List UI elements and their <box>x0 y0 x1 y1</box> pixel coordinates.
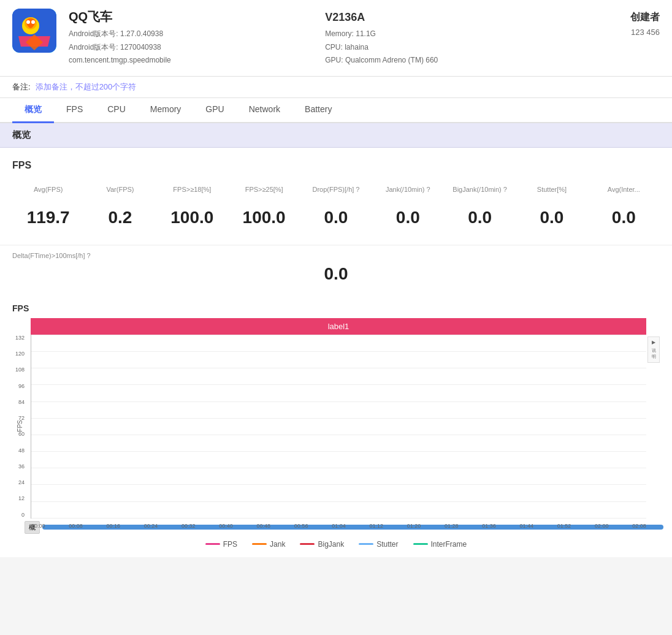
creator-label: 创建者 <box>630 11 660 24</box>
stat-label-3: FPS>≥25[%] <box>228 181 300 203</box>
x-axis-tick: 00:32 <box>181 523 196 529</box>
chart-section: FPS label1 FPS 1321201089684726048362412… <box>0 294 672 557</box>
tab-cpu[interactable]: CPU <box>95 98 138 123</box>
section-title: 概览 <box>12 129 31 140</box>
stat-label-2: FPS>≥18[%] <box>156 181 228 203</box>
y-axis-tick: 72 <box>15 415 25 421</box>
tab-gpu[interactable]: GPU <box>193 98 236 123</box>
x-axis-labels: 00:0000:0800:1600:2400:3200:4000:4800:56… <box>31 523 646 529</box>
app-icon <box>12 9 56 53</box>
y-axis-tick: 0 <box>15 512 25 518</box>
main-content: 概览 FPS Avg(FPS)Var(FPS)FPS>≥18[%]FPS>≥25… <box>0 123 672 557</box>
stat-label-1: Var(FPS) <box>84 181 156 203</box>
android-build-label: Android版本号: <box>69 43 118 51</box>
y-axis-tick: 48 <box>15 447 25 454</box>
legend-item-interframe: InterFrame <box>413 540 467 549</box>
y-axis-tick: 132 <box>15 335 25 341</box>
device-version: V2136A <box>325 11 618 24</box>
gpu-label: GPU: <box>325 56 343 64</box>
app-info: QQ飞车 Android版本号: 1.27.0.40938 Android版本号… <box>69 9 313 67</box>
x-axis-tick: 02:00 <box>595 523 609 529</box>
x-axis-tick: 00:08 <box>69 523 83 529</box>
stat-label-4: Drop(FPS)[/h] ? <box>300 181 372 203</box>
sub-stat-label: Delta(FTime)>100ms[/h] ? <box>12 252 660 259</box>
fps-chart-svg <box>31 335 646 518</box>
x-axis-tick: 00:16 <box>107 523 121 529</box>
cpu-label: CPU: <box>325 43 343 51</box>
stat-label-8: Avg(Inter... <box>588 181 660 203</box>
x-axis-tick: 00:48 <box>257 523 271 529</box>
creator-id: 123 456 <box>630 28 660 37</box>
legend-item-bigjank: BigJank <box>300 540 344 549</box>
note-placeholder[interactable]: 添加备注，不超过200个字符 <box>36 82 137 93</box>
chart-sidebar-controls: ▶ 说明 <box>647 337 660 363</box>
stats-labels-row: Avg(FPS)Var(FPS)FPS>≥18[%]FPS>≥25[%]Drop… <box>12 181 660 203</box>
y-axis-tick: 84 <box>15 399 25 405</box>
stat-label-7: Stutter[%] <box>516 181 587 203</box>
x-axis-tick: 01:52 <box>557 523 571 529</box>
note-label: 备注: <box>12 82 31 93</box>
x-axis-tick: 01:12 <box>369 523 383 529</box>
creator-info: 创建者 123 456 <box>630 9 660 37</box>
chart-legend: FPS Jank BigJank Stutter InterFrame <box>6 534 666 551</box>
note-bar: 备注: 添加备注，不超过200个字符 <box>0 77 672 98</box>
package-name: com.tencent.tmgp.speedmobile <box>69 56 171 64</box>
y-axis-tick: 108 <box>15 367 25 373</box>
sub-stat-section: Delta(FTime)>100ms[/h] ? 0.0 <box>0 246 672 294</box>
y-axis-tick: 120 <box>15 351 25 357</box>
android-build-value: 1270040938 <box>120 43 161 51</box>
tab-memory[interactable]: Memory <box>138 98 194 123</box>
gpu-value: Qualcomm Adreno (TM) 660 <box>345 56 438 64</box>
stat-value-8: 0.0 <box>588 203 660 232</box>
tab-fps[interactable]: FPS <box>54 98 95 123</box>
svg-point-4 <box>31 20 35 24</box>
x-axis-tick: 01:44 <box>519 523 533 529</box>
tab-network[interactable]: Network <box>237 98 292 123</box>
x-axis-tick: 00:00 <box>31 523 45 529</box>
cpu-value: lahaina <box>345 43 368 51</box>
fps-stats-section: FPS Avg(FPS)Var(FPS)FPS>≥18[%]FPS>≥25[%]… <box>0 148 672 245</box>
tab-battery[interactable]: Battery <box>292 98 344 123</box>
x-axis-tick: 01:28 <box>445 523 459 529</box>
stat-value-6: 0.0 <box>444 203 516 232</box>
stat-value-7: 0.0 <box>516 203 587 232</box>
sidebar-control-1[interactable]: ▶ <box>652 340 655 345</box>
tab-overview[interactable]: 概览 <box>12 98 54 123</box>
y-axis-tick: 36 <box>15 463 25 470</box>
y-axis-tick: 24 <box>15 479 25 485</box>
stat-value-4: 0.0 <box>300 203 372 232</box>
x-axis-tick: 02:08 <box>632 523 646 529</box>
y-axis-tick: 60 <box>15 431 25 437</box>
stats-values-row: 119.70.2100.0100.00.00.00.00.00.0 <box>12 203 660 232</box>
chart-label-bar: label1 <box>31 318 646 335</box>
svg-point-3 <box>26 20 30 24</box>
y-axis-tick: 96 <box>15 383 25 389</box>
nav-tabs: 概览 FPS CPU Memory GPU Network Battery <box>0 98 672 123</box>
sub-stat-value: 0.0 <box>12 264 660 284</box>
android-version-value: 1.27.0.40938 <box>120 29 163 38</box>
x-axis-tick: 01:20 <box>407 523 421 529</box>
stat-label-6: BigJank(/10min) ? <box>444 181 516 203</box>
x-axis-tick: 01:36 <box>482 523 496 529</box>
x-axis-tick: 01:04 <box>332 523 346 529</box>
stat-value-1: 0.2 <box>84 203 156 232</box>
app-name: QQ飞车 <box>69 9 313 25</box>
y-axis-tick: 12 <box>15 495 25 501</box>
x-axis-tick: 00:24 <box>144 523 158 529</box>
app-header: QQ飞车 Android版本号: 1.27.0.40938 Android版本号… <box>0 0 672 77</box>
device-detail: Memory: 11.1G CPU: lahaina GPU: Qualcomm… <box>325 28 618 67</box>
x-axis-tick: 00:40 <box>219 523 233 529</box>
stats-table: Avg(FPS)Var(FPS)FPS>≥18[%]FPS>≥25[%]Drop… <box>12 181 660 232</box>
legend-item-jank: Jank <box>252 540 285 549</box>
chart-title: FPS <box>6 303 666 313</box>
stat-value-2: 100.0 <box>156 203 228 232</box>
fps-section-title: FPS <box>12 160 660 171</box>
android-version-label: Android版本号: <box>69 29 118 38</box>
y-axis-labels: 13212010896847260483624120 <box>15 335 25 518</box>
device-info: V2136A Memory: 11.1G CPU: lahaina GPU: Q… <box>325 9 618 67</box>
stat-value-0: 119.7 <box>12 203 84 232</box>
legend-item-fps: FPS <box>205 540 237 549</box>
sidebar-label: 说明 <box>652 348 656 360</box>
stat-label-5: Jank(/10min) ? <box>372 181 444 203</box>
memory-value: 11.1G <box>356 29 376 38</box>
